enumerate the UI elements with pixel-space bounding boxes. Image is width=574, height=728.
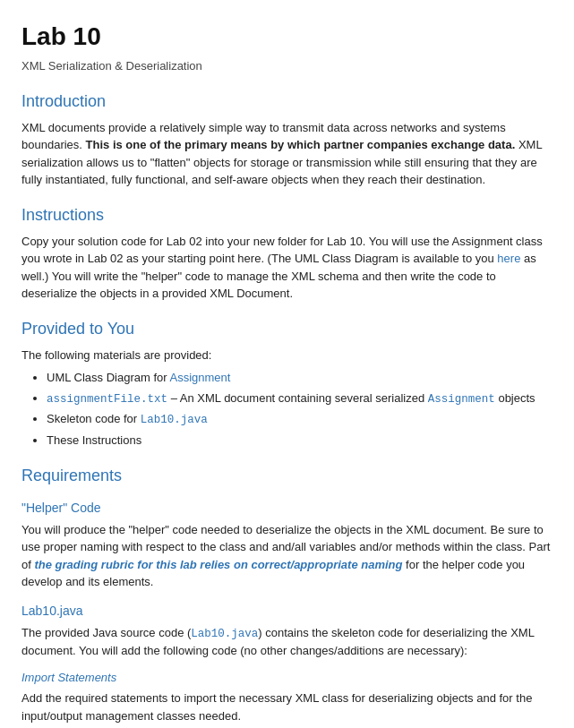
lab10java-link-1[interactable]: Lab10.java (141, 414, 208, 426)
requirements-heading: Requirements (21, 464, 553, 488)
import-statements-paragraph: Add the required statements to import th… (21, 689, 553, 724)
helper-code-paragraph: You will produce the "helper" code neede… (21, 521, 553, 591)
list-item-these-instructions: These Instructions (47, 432, 553, 450)
page-title: Lab 10 (21, 18, 553, 56)
assignment-file-link[interactable]: assignmentFile.txt (47, 393, 167, 406)
instructions-heading: Instructions (21, 203, 553, 227)
provided-heading: Provided to You (21, 317, 553, 341)
import-statements-heading: Import Statements (21, 669, 553, 687)
list-item: UML Class Diagram for Assignment (47, 369, 553, 387)
page-subtitle: XML Serialization & Deserialization (21, 57, 553, 75)
instructions-paragraph: Copy your solution code for Lab 02 into … (21, 233, 553, 303)
assignment-link-2[interactable]: Assignment (428, 393, 495, 406)
lab10java-heading: Lab10.java (21, 602, 553, 621)
lab10java-paragraph: The provided Java source code (Lab10.jav… (21, 624, 553, 660)
here-link-1[interactable]: here (497, 252, 520, 265)
introduction-paragraph: XML documents provide a relatively simpl… (21, 119, 553, 189)
introduction-heading: Introduction (21, 90, 553, 114)
grading-rubric-highlight: the grading rubric for this lab relies o… (34, 558, 402, 571)
list-item: Skeleton code for Lab10.java (47, 410, 553, 429)
helper-code-heading: "Helper" Code (21, 499, 553, 518)
lab10java-link-2[interactable]: Lab10.java (191, 628, 258, 640)
assignment-link-1[interactable]: Assignment (170, 371, 231, 384)
list-item: assignmentFile.txt – An XML document con… (47, 390, 553, 408)
provided-intro: The following materials are provided: (21, 347, 553, 364)
provided-list: UML Class Diagram for Assignment assignm… (47, 369, 553, 450)
